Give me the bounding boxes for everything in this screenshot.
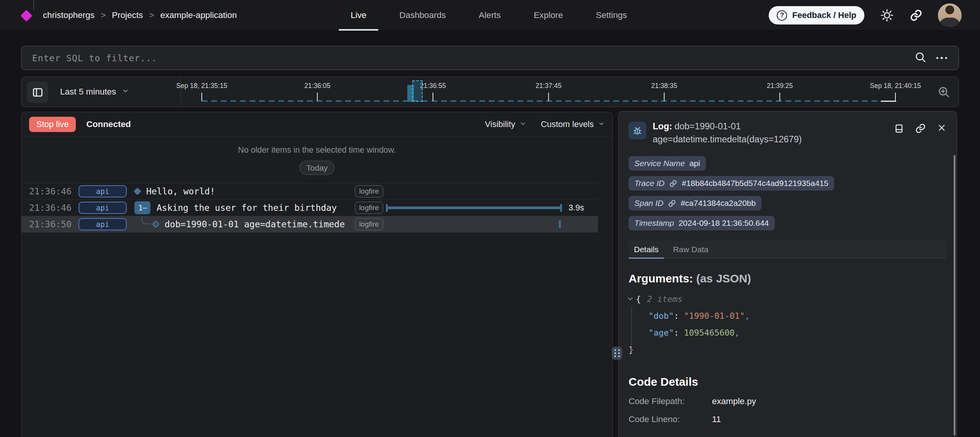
tab-settings[interactable]: Settings xyxy=(596,0,627,31)
more-options-icon[interactable] xyxy=(936,57,947,59)
json-comma: , xyxy=(735,328,740,338)
json-open-brace: { xyxy=(636,294,641,304)
code-detail-value: example.py xyxy=(712,396,756,406)
details-actions xyxy=(894,123,947,146)
log-rows: 21:36:46apiHello, world!logfire21:36:46a… xyxy=(21,183,598,233)
visibility-dropdown[interactable]: Visibility xyxy=(485,119,526,129)
feedback-help-label: Feedback / Help xyxy=(792,10,856,20)
log-row[interactable]: 21:36:46api1−Asking the user for their b… xyxy=(21,200,598,216)
log-message: Asking the user for their birthday xyxy=(157,203,337,213)
today-button[interactable]: Today xyxy=(299,161,335,175)
json-value: "1990-01-01" xyxy=(684,311,745,321)
logfire-tag[interactable]: logfire xyxy=(355,202,383,214)
timeline-tick-label: 21:36:05 xyxy=(304,82,330,90)
attribute-value: api xyxy=(689,159,700,168)
visibility-label: Visibility xyxy=(485,119,515,129)
logo-stem xyxy=(33,0,34,10)
attribute-label: Trace ID xyxy=(634,179,665,188)
logfire-logo-icon[interactable] xyxy=(20,10,32,21)
tab-explore[interactable]: Explore xyxy=(534,0,563,31)
timeline-bar-selected[interactable] xyxy=(412,80,423,102)
filter-actions xyxy=(915,51,947,65)
copy-link-icon[interactable] xyxy=(915,123,926,135)
zoom-in-icon[interactable] xyxy=(938,86,950,99)
breadcrumb: christophergs>Projects>example-applicati… xyxy=(43,0,237,31)
details-title: Log:dob=1990-01-01 age=datetime.timedelt… xyxy=(653,120,882,146)
user-avatar[interactable] xyxy=(938,3,962,27)
breadcrumb-item-Projects[interactable]: Projects xyxy=(112,10,143,20)
attribute-label: Span ID xyxy=(634,199,663,208)
span-duration-label: 3.9s xyxy=(568,203,584,213)
timeline-baseline xyxy=(202,100,881,102)
sql-filter-input[interactable] xyxy=(32,53,915,63)
json-line: } xyxy=(629,341,947,358)
timeline-end-marker xyxy=(881,101,896,102)
log-row[interactable]: 21:36:50apidob=1990-01-01 age=datetime.t… xyxy=(21,216,598,233)
code-detail-value: 11 xyxy=(712,414,721,424)
chevron-down-icon xyxy=(519,119,526,129)
log-message: dob=1990-01-01 age=datetime.timede xyxy=(165,219,345,229)
logfire-tag[interactable]: logfire xyxy=(355,185,383,197)
tab-dashboards[interactable]: Dashboards xyxy=(399,0,446,31)
timeline-tick-label: 21:38:35 xyxy=(651,82,677,90)
navbar-actions: ? Feedback / Help xyxy=(769,0,962,31)
json-comma: , xyxy=(745,311,750,321)
open-in-panel-icon[interactable] xyxy=(894,123,904,136)
breadcrumb-separator: > xyxy=(149,10,154,20)
theme-toggle-icon[interactable] xyxy=(880,8,894,23)
details-title-prefix: Log: xyxy=(653,121,672,131)
details-tab-details[interactable]: Details xyxy=(634,241,658,258)
timeline-tick-label: Sep 18, 21:40:15 xyxy=(870,82,921,90)
feedback-help-button[interactable]: ? Feedback / Help xyxy=(769,6,864,24)
timeline-tick-label: Sep 18, 21:35:15 xyxy=(176,82,227,90)
search-icon[interactable] xyxy=(915,51,926,65)
service-badge[interactable]: api xyxy=(78,218,127,230)
custom-levels-dropdown[interactable]: Custom levels xyxy=(541,119,605,129)
arguments-json-view: {2 items"dob":"1990-01-01","age":1095465… xyxy=(629,290,947,358)
logfire-tag[interactable]: logfire xyxy=(355,218,383,230)
timeline-tick-label: 21:39:25 xyxy=(767,82,793,90)
code-detail-row: Code Lineno:11 xyxy=(629,414,947,424)
attribute-label: Timestamp xyxy=(634,218,674,228)
tab-live[interactable]: Live xyxy=(351,0,366,31)
arguments-heading-suffix: (as JSON) xyxy=(696,272,751,285)
json-value: 1095465600 xyxy=(684,328,734,338)
share-link-icon[interactable] xyxy=(910,9,923,22)
json-key: "dob" xyxy=(648,311,674,321)
attribute-pill-timestamp[interactable]: Timestamp2024-09-18 21:36:50.644 xyxy=(629,216,775,230)
service-badge[interactable]: api xyxy=(78,185,127,197)
span-duration-bar xyxy=(386,207,562,209)
attribute-pill-trace-id[interactable]: Trace ID#18b84cb4847b5d574c4ad9121935a41… xyxy=(629,176,834,191)
stop-live-button[interactable]: Stop live xyxy=(29,117,76,132)
breadcrumb-item-example-application[interactable]: example-application xyxy=(160,10,237,20)
link-icon xyxy=(668,199,676,207)
json-entry: "age":1095465600, xyxy=(629,324,947,341)
log-timestamp: 21:36:50 xyxy=(21,219,73,229)
timeline-histogram[interactable]: Sep 18, 21:35:1521:36:0521:36:5521:37:45… xyxy=(21,77,959,107)
code-detail-label: Code Lineno: xyxy=(629,414,712,424)
timeline-tick-mark xyxy=(433,93,433,101)
live-logs-panel: Stop live Connected Visibility Custom le… xyxy=(21,112,613,437)
panel-resize-handle[interactable] xyxy=(612,347,622,360)
log-timestamp: 21:36:46 xyxy=(21,203,73,213)
close-icon[interactable] xyxy=(937,123,947,134)
json-colon: : xyxy=(674,328,679,338)
collapse-toggle[interactable]: 1− xyxy=(134,201,150,214)
timeline-bar: Last 5 minutes Sep 18, 21:35:1521:36:052… xyxy=(21,77,959,107)
details-tab-raw-data[interactable]: Raw Data xyxy=(673,241,708,258)
log-row-main: 1−Asking the user for their birthday xyxy=(127,200,355,216)
attribute-pill-service-name[interactable]: Service Nameapi xyxy=(629,156,706,171)
duration-cell xyxy=(383,183,598,199)
breadcrumb-item-christophergs[interactable]: christophergs xyxy=(43,10,95,20)
code-detail-label: Code Filepath: xyxy=(629,396,712,406)
log-timestamp: 21:36:46 xyxy=(21,186,73,196)
logfire-live-page: christophergs>Projects>example-applicati… xyxy=(0,0,980,437)
arguments-heading-text: Arguments: xyxy=(629,272,693,285)
service-badge[interactable]: api xyxy=(78,202,127,214)
attribute-pill-span-id[interactable]: Span ID#ca741384ca2a20bb xyxy=(629,196,761,210)
tab-alerts[interactable]: Alerts xyxy=(479,0,501,31)
question-circle-icon: ? xyxy=(777,10,787,21)
log-row[interactable]: 21:36:46apiHello, world!logfire xyxy=(21,183,598,200)
collapse-chevron-icon[interactable] xyxy=(628,295,633,300)
details-scrollbar[interactable] xyxy=(954,155,956,435)
